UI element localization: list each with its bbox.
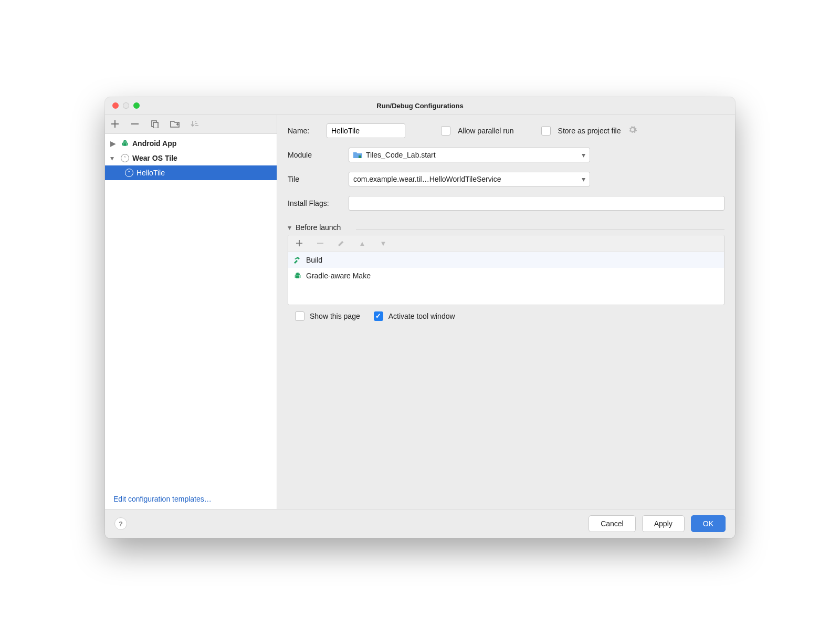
tree-node-label: Wear OS Tile <box>132 154 177 162</box>
before-launch-section: ▾ Before launch ▲ ▼ <box>288 223 724 321</box>
before-launch-header[interactable]: ▾ Before launch <box>288 223 724 235</box>
svg-point-7 <box>296 273 297 274</box>
svg-point-8 <box>298 273 299 274</box>
ok-button[interactable]: OK <box>691 515 726 532</box>
cancel-button[interactable]: Cancel <box>589 515 636 532</box>
before-launch-options: Show this page Activate tool window <box>288 311 724 321</box>
minimize-window-icon[interactable] <box>123 102 129 109</box>
show-this-page-label: Show this page <box>310 312 360 320</box>
svg-rect-2 <box>153 122 158 128</box>
tree-node-label: Android App <box>132 139 176 148</box>
sidebar-toolbar <box>105 115 277 134</box>
name-input[interactable] <box>327 123 405 138</box>
allow-parallel-label: Allow parallel run <box>458 127 514 135</box>
help-icon[interactable]: ? <box>114 517 127 530</box>
activate-tool-window-checkbox[interactable] <box>374 311 383 321</box>
dialog-footer: ? Cancel Apply OK <box>105 509 735 538</box>
remove-config-icon[interactable] <box>130 119 140 129</box>
sidebar-footer: Edit configuration templates… <box>105 489 277 509</box>
tile-label: Tile <box>288 175 341 183</box>
configurations-sidebar: ▶ Android App ▾ ⌃ Wear OS Tile ⌃ HelloTi… <box>105 115 277 509</box>
move-up-icon[interactable]: ▲ <box>358 238 367 248</box>
store-project-label: Store as project file <box>558 127 621 135</box>
android-icon <box>293 272 302 280</box>
row-name: Name: Allow parallel run Store as projec… <box>288 123 724 138</box>
module-label: Module <box>288 151 341 159</box>
move-down-icon[interactable]: ▼ <box>379 238 388 248</box>
chevron-right-icon: ▶ <box>110 139 118 148</box>
chevron-down-icon: ▾ <box>582 175 585 183</box>
close-window-icon[interactable] <box>112 102 119 109</box>
add-config-icon[interactable] <box>110 119 120 129</box>
before-launch-toolbar: ▲ ▼ <box>288 235 724 252</box>
titlebar: Run/Debug Configurations <box>105 97 735 115</box>
add-task-icon[interactable] <box>295 238 304 248</box>
sort-config-icon[interactable] <box>190 119 200 129</box>
dialog-window: Run/Debug Configurations ▶ Android App <box>105 97 735 538</box>
module-value: Tiles_Code_Lab.start <box>366 151 578 159</box>
before-launch-list: ▲ ▼ Build <box>288 235 724 305</box>
install-flags-input[interactable] <box>349 196 724 211</box>
chevron-down-icon: ▾ <box>110 154 118 162</box>
list-item[interactable]: Gradle-aware Make <box>288 268 724 284</box>
tile-value: com.example.wear.til…HelloWorldTileServi… <box>353 175 578 183</box>
wear-icon: ⌃ <box>125 169 133 177</box>
window-title: Run/Debug Configurations <box>376 102 463 110</box>
svg-rect-6 <box>317 243 323 244</box>
list-item-label: Gradle-aware Make <box>306 272 371 280</box>
chevron-down-icon: ▾ <box>288 223 291 232</box>
row-module: Module Tiles_Code_Lab.start ▾ <box>288 148 724 162</box>
tree-node-hellotile[interactable]: ⌃ HelloTile <box>105 165 277 180</box>
folder-icon <box>353 151 362 159</box>
tree-node-wear-os-tile[interactable]: ▾ ⌃ Wear OS Tile <box>105 151 277 165</box>
gear-icon[interactable] <box>628 125 637 136</box>
module-select[interactable]: Tiles_Code_Lab.start ▾ <box>349 148 590 162</box>
folder-config-icon[interactable] <box>170 119 180 129</box>
activate-tool-window-label: Activate tool window <box>388 312 455 320</box>
install-flags-label: Install Flags: <box>288 199 341 207</box>
tree-node-android-app[interactable]: ▶ Android App <box>105 136 277 151</box>
configurations-tree: ▶ Android App ▾ ⌃ Wear OS Tile ⌃ HelloTi… <box>105 134 277 489</box>
edit-task-icon[interactable] <box>337 238 346 248</box>
hammer-icon <box>293 256 302 264</box>
list-item-label: Build <box>306 256 322 264</box>
chevron-down-icon: ▾ <box>582 151 585 159</box>
allow-parallel-checkbox[interactable] <box>441 126 450 136</box>
list-item[interactable]: Build <box>288 252 724 268</box>
row-tile: Tile com.example.wear.til…HelloWorldTile… <box>288 172 724 186</box>
svg-point-3 <box>123 141 124 141</box>
row-install-flags: Install Flags: <box>288 196 724 211</box>
apply-button[interactable]: Apply <box>642 515 685 532</box>
wear-icon: ⌃ <box>121 154 129 162</box>
tile-select[interactable]: com.example.wear.til…HelloWorldTileServi… <box>349 172 590 186</box>
tree-node-label: HelloTile <box>136 169 165 177</box>
config-panel: Name: Allow parallel run Store as projec… <box>277 115 735 509</box>
svg-rect-0 <box>131 123 139 124</box>
remove-task-icon[interactable] <box>316 238 325 248</box>
name-label: Name: <box>288 127 319 135</box>
dialog-body: ▶ Android App ▾ ⌃ Wear OS Tile ⌃ HelloTi… <box>105 115 735 509</box>
copy-config-icon[interactable] <box>150 119 160 129</box>
show-this-page-checkbox[interactable] <box>295 311 304 321</box>
before-launch-title: Before launch <box>296 223 341 232</box>
zoom-window-icon[interactable] <box>133 102 140 109</box>
window-controls <box>112 102 140 109</box>
before-launch-items: Build Gradle-aware Make <box>288 252 724 305</box>
svg-point-4 <box>125 141 126 141</box>
edit-templates-link[interactable]: Edit configuration templates… <box>113 495 212 503</box>
android-icon <box>121 139 129 148</box>
store-project-checkbox[interactable] <box>541 126 551 136</box>
svg-rect-5 <box>359 155 361 158</box>
